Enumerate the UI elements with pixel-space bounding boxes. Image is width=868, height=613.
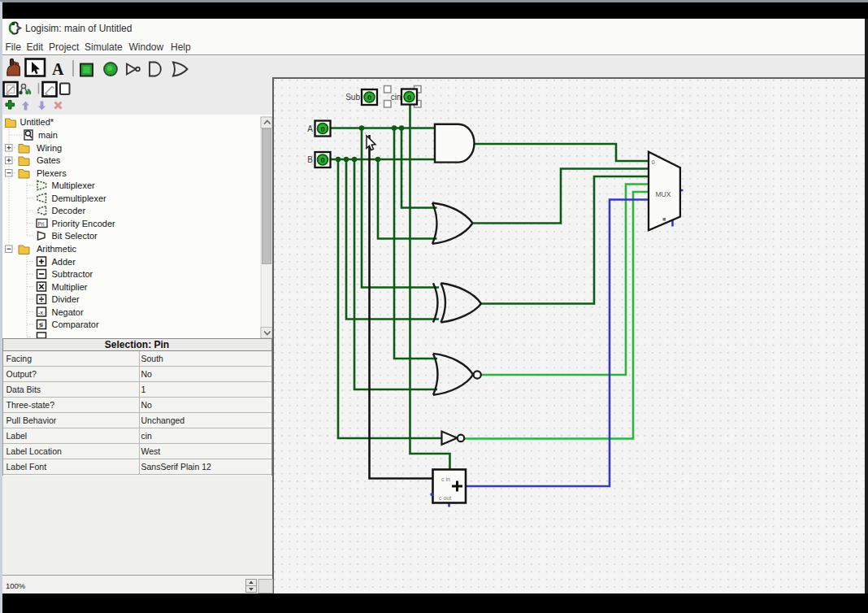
svg-text:MUX: MUX bbox=[656, 190, 671, 198]
svg-text:Gates: Gates bbox=[37, 155, 61, 165]
svg-text:0: 0 bbox=[407, 93, 411, 102]
svg-text:≶: ≶ bbox=[38, 321, 43, 328]
svg-text:B: B bbox=[307, 155, 313, 164]
svg-text:Priority Encoder: Priority Encoder bbox=[51, 218, 115, 228]
svg-text:Wiring: Wiring bbox=[37, 142, 62, 152]
svg-text:Multiplexer: Multiplexer bbox=[51, 180, 95, 190]
svg-text:Pri: Pri bbox=[37, 220, 44, 226]
svg-text:Bit Selector: Bit Selector bbox=[51, 231, 98, 241]
svg-text:Multiplier: Multiplier bbox=[51, 281, 87, 291]
svg-text:Comparator: Comparator bbox=[51, 320, 98, 329]
svg-text:-x: -x bbox=[37, 308, 42, 315]
svg-text:Negator: Negator bbox=[51, 306, 83, 316]
svg-text:main: main bbox=[38, 130, 58, 140]
svg-text:cin: cin bbox=[391, 93, 401, 102]
svg-text:0: 0 bbox=[321, 155, 325, 164]
svg-text:0: 0 bbox=[321, 124, 325, 133]
svg-text:c in: c in bbox=[441, 476, 450, 482]
svg-text:Divider: Divider bbox=[51, 294, 80, 304]
svg-text:Subtractor: Subtractor bbox=[51, 269, 93, 279]
svg-text:Untitled*: Untitled* bbox=[20, 117, 54, 127]
svg-text:Sub: Sub bbox=[345, 93, 360, 102]
svg-text:0: 0 bbox=[652, 159, 655, 166]
svg-text:c out: c out bbox=[439, 495, 451, 501]
svg-text:A: A bbox=[307, 124, 313, 133]
svg-text:Decoder: Decoder bbox=[51, 206, 85, 215]
svg-text:A: A bbox=[52, 60, 64, 78]
svg-text:Plexers: Plexers bbox=[37, 167, 67, 177]
svg-text:0: 0 bbox=[367, 93, 371, 102]
svg-text:Adder: Adder bbox=[51, 256, 76, 266]
svg-text:Arithmetic: Arithmetic bbox=[37, 244, 76, 254]
svg-text:Demultiplexer: Demultiplexer bbox=[51, 193, 106, 202]
